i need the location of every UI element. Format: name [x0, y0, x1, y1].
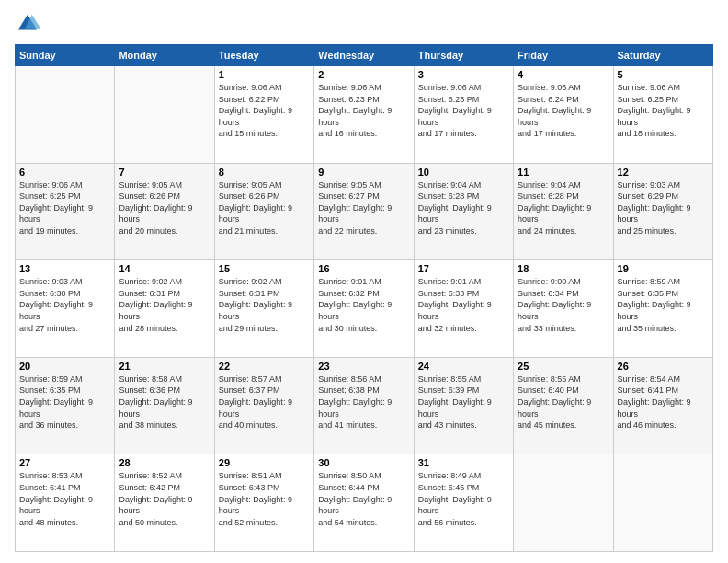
daylight-minutes: and 30 minutes.	[318, 324, 377, 333]
daylight-minutes: and 27 minutes.	[19, 324, 78, 333]
day-number: 20	[19, 361, 110, 372]
daylight-minutes: and 24 minutes.	[518, 226, 576, 236]
day-number: 16	[318, 263, 409, 274]
daylight-label: Daylight: Daylight: 9 hours	[618, 397, 691, 419]
day-info: Sunrise: 9:00 AMSunset: 6:34 PMDaylight:…	[518, 276, 609, 334]
daylight-label: Daylight: Daylight: 9 hours	[219, 203, 292, 224]
daylight-label: Daylight: Daylight: 9 hours	[219, 300, 292, 321]
calendar-week-row: 27Sunrise: 8:53 AMSunset: 6:41 PMDayligh…	[16, 454, 713, 552]
sunrise-text: Sunrise: 8:56 AM	[318, 374, 381, 384]
daylight-label: Daylight: Daylight: 9 hours	[518, 300, 591, 321]
sunset-text: Sunset: 6:38 PM	[318, 385, 380, 395]
sunrise-text: Sunrise: 9:06 AM	[318, 83, 381, 92]
sunrise-text: Sunrise: 9:04 AM	[518, 180, 581, 190]
day-number: 21	[119, 361, 210, 372]
daylight-minutes: and 18 minutes.	[618, 129, 677, 138]
calendar-cell: 21Sunrise: 8:58 AMSunset: 6:36 PMDayligh…	[115, 357, 214, 454]
sunset-text: Sunset: 6:34 PM	[518, 289, 579, 298]
weekday-header: Wednesday	[314, 45, 414, 66]
logo	[15, 11, 44, 37]
calendar-cell: 7Sunrise: 9:05 AMSunset: 6:26 PMDaylight…	[115, 163, 214, 260]
weekday-header: Monday	[115, 45, 214, 66]
sunset-text: Sunset: 6:31 PM	[219, 289, 280, 298]
sunset-text: Sunset: 6:28 PM	[518, 191, 579, 201]
day-number: 7	[119, 167, 210, 178]
daylight-label: Daylight: Daylight: 9 hours	[219, 495, 292, 516]
weekday-header: Saturday	[613, 45, 712, 66]
daylight-label: Daylight: Daylight: 9 hours	[418, 106, 492, 127]
sunrise-text: Sunrise: 9:06 AM	[518, 83, 581, 92]
sunset-text: Sunset: 6:23 PM	[318, 95, 380, 104]
day-number: 8	[219, 167, 310, 178]
day-number: 9	[318, 167, 409, 178]
day-info: Sunrise: 8:59 AMSunset: 6:35 PMDaylight:…	[19, 373, 110, 431]
calendar-cell: 15Sunrise: 9:02 AMSunset: 6:31 PMDayligh…	[214, 260, 313, 358]
calendar-cell: 19Sunrise: 8:59 AMSunset: 6:35 PMDayligh…	[613, 260, 712, 358]
daylight-label: Daylight: Daylight: 9 hours	[219, 397, 292, 419]
day-number: 19	[618, 263, 709, 274]
day-number: 26	[618, 361, 709, 372]
sunset-text: Sunset: 6:28 PM	[418, 191, 480, 201]
sunrise-text: Sunrise: 8:50 AM	[318, 471, 381, 480]
day-number: 29	[219, 457, 310, 468]
day-info: Sunrise: 9:05 AMSunset: 6:26 PMDaylight:…	[119, 179, 210, 237]
calendar-cell: 12Sunrise: 9:03 AMSunset: 6:29 PMDayligh…	[613, 163, 712, 260]
day-info: Sunrise: 9:01 AMSunset: 6:33 PMDaylight:…	[418, 276, 509, 334]
daylight-minutes: and 45 minutes.	[518, 420, 576, 430]
page: SundayMondayTuesdayWednesdayThursdayFrid…	[0, 0, 728, 563]
day-info: Sunrise: 9:06 AMSunset: 6:24 PMDaylight:…	[518, 82, 609, 140]
daylight-label: Daylight: Daylight: 9 hours	[518, 397, 591, 419]
sunset-text: Sunset: 6:45 PM	[418, 483, 480, 492]
day-number: 3	[418, 69, 509, 80]
sunrise-text: Sunrise: 8:52 AM	[119, 471, 182, 480]
calendar-cell: 14Sunrise: 9:02 AMSunset: 6:31 PMDayligh…	[115, 260, 214, 358]
daylight-minutes: and 33 minutes.	[518, 324, 576, 333]
sunrise-text: Sunrise: 9:01 AM	[318, 277, 381, 286]
sunrise-text: Sunrise: 9:05 AM	[119, 180, 182, 190]
calendar-cell: 31Sunrise: 8:49 AMSunset: 6:45 PMDayligh…	[414, 454, 513, 552]
day-info: Sunrise: 9:03 AMSunset: 6:30 PMDaylight:…	[19, 276, 110, 334]
daylight-label: Daylight: Daylight: 9 hours	[518, 106, 591, 127]
daylight-minutes: and 28 minutes.	[119, 324, 177, 333]
day-number: 12	[618, 167, 709, 178]
calendar-week-row: 13Sunrise: 9:03 AMSunset: 6:30 PMDayligh…	[16, 260, 713, 358]
sunrise-text: Sunrise: 9:06 AM	[19, 180, 83, 190]
daylight-minutes: and 40 minutes.	[219, 420, 278, 430]
day-info: Sunrise: 9:01 AMSunset: 6:32 PMDaylight:…	[318, 276, 409, 334]
daylight-minutes: and 35 minutes.	[618, 324, 677, 333]
daylight-label: Daylight: Daylight: 9 hours	[518, 203, 591, 224]
sunset-text: Sunset: 6:39 PM	[418, 385, 480, 395]
sunset-text: Sunset: 6:29 PM	[618, 191, 679, 201]
daylight-minutes: and 19 minutes.	[19, 226, 78, 236]
sunset-text: Sunset: 6:42 PM	[119, 483, 180, 492]
day-number: 27	[19, 457, 110, 468]
sunset-text: Sunset: 6:40 PM	[518, 385, 579, 395]
calendar-cell: 5Sunrise: 9:06 AMSunset: 6:25 PMDaylight…	[613, 66, 712, 164]
daylight-minutes: and 54 minutes.	[318, 518, 377, 527]
sunset-text: Sunset: 6:25 PM	[19, 191, 81, 201]
sunset-text: Sunset: 6:26 PM	[119, 191, 180, 201]
calendar-cell: 23Sunrise: 8:56 AMSunset: 6:38 PMDayligh…	[314, 357, 414, 454]
calendar-cell	[115, 66, 214, 164]
day-info: Sunrise: 8:49 AMSunset: 6:45 PMDaylight:…	[418, 470, 509, 528]
daylight-label: Daylight: Daylight: 9 hours	[19, 203, 93, 224]
daylight-minutes: and 15 minutes.	[219, 129, 278, 138]
calendar-cell: 26Sunrise: 8:54 AMSunset: 6:41 PMDayligh…	[613, 357, 712, 454]
sunset-text: Sunset: 6:30 PM	[19, 289, 81, 298]
calendar-table: SundayMondayTuesdayWednesdayThursdayFrid…	[15, 44, 713, 552]
day-info: Sunrise: 9:03 AMSunset: 6:29 PMDaylight:…	[618, 179, 709, 237]
sunrise-text: Sunrise: 8:54 AM	[618, 374, 681, 384]
day-info: Sunrise: 8:55 AMSunset: 6:40 PMDaylight:…	[518, 373, 609, 431]
calendar-week-row: 6Sunrise: 9:06 AMSunset: 6:25 PMDaylight…	[16, 163, 713, 260]
calendar-cell: 13Sunrise: 9:03 AMSunset: 6:30 PMDayligh…	[16, 260, 115, 358]
daylight-minutes: and 41 minutes.	[318, 420, 377, 430]
daylight-label: Daylight: Daylight: 9 hours	[219, 106, 292, 127]
sunrise-text: Sunrise: 9:06 AM	[618, 83, 681, 92]
calendar-cell	[514, 454, 613, 552]
sunset-text: Sunset: 6:41 PM	[618, 385, 679, 395]
daylight-label: Daylight: Daylight: 9 hours	[19, 397, 93, 419]
sunset-text: Sunset: 6:26 PM	[219, 191, 280, 201]
calendar-cell: 18Sunrise: 9:00 AMSunset: 6:34 PMDayligh…	[514, 260, 613, 358]
daylight-minutes: and 52 minutes.	[219, 518, 278, 527]
day-number: 2	[318, 69, 409, 80]
